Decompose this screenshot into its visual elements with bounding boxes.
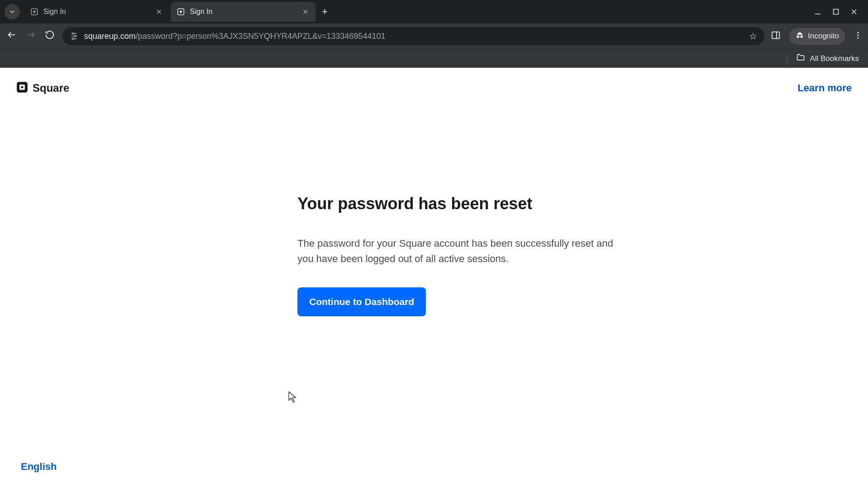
browser-menu-icon[interactable] <box>854 31 863 42</box>
continue-to-dashboard-button[interactable]: Continue to Dashboard <box>297 287 426 316</box>
url-text: squareup.com/password?p=person%3AJX3SN5Y… <box>84 32 385 41</box>
mouse-cursor-icon <box>288 391 297 405</box>
svg-point-14 <box>75 35 76 37</box>
tab-title: Sign In <box>190 8 301 16</box>
folder-icon <box>796 53 805 64</box>
svg-rect-26 <box>21 86 24 89</box>
back-button[interactable] <box>5 30 18 42</box>
brand-name: Square <box>33 82 69 94</box>
svg-point-23 <box>857 37 859 38</box>
side-panel-icon[interactable] <box>771 30 781 42</box>
site-settings-icon[interactable] <box>70 32 79 41</box>
svg-point-13 <box>72 33 74 34</box>
square-logo-icon <box>16 81 28 95</box>
reload-button[interactable] <box>43 30 56 42</box>
browser-tab[interactable]: Sign In ✕ <box>24 2 169 22</box>
forward-button[interactable] <box>24 30 37 42</box>
tab-title: Sign In <box>43 8 154 16</box>
url-path: /password?p=person%3AJX3SN5YQHYR4APZL&v=… <box>136 32 385 41</box>
svg-point-22 <box>857 34 859 36</box>
tab-close-button[interactable]: ✕ <box>154 6 164 18</box>
svg-rect-3 <box>180 11 182 13</box>
incognito-label: Incognito <box>808 32 839 41</box>
chevron-down-icon <box>9 8 16 15</box>
tab-strip: Sign In ✕ Sign In ✕ + <box>0 0 868 23</box>
learn-more-link[interactable]: Learn more <box>797 82 852 94</box>
page-content: Square Learn more Your password has been… <box>0 68 868 488</box>
svg-point-15 <box>72 38 74 39</box>
page-heading: Your password has been reset <box>297 194 622 213</box>
all-bookmarks-link[interactable]: All Bookmarks <box>810 54 859 63</box>
close-window-button[interactable] <box>851 9 857 15</box>
svg-point-21 <box>857 32 859 33</box>
tab-search-dropdown[interactable] <box>5 4 20 19</box>
new-tab-button[interactable]: + <box>317 6 332 18</box>
svg-rect-5 <box>834 9 839 14</box>
browser-toolbar: squareup.com/password?p=person%3AJX3SN5Y… <box>0 23 868 49</box>
square-favicon-icon <box>30 7 39 16</box>
svg-rect-16 <box>772 32 780 39</box>
minimize-button[interactable] <box>815 9 821 15</box>
svg-rect-1 <box>33 11 36 13</box>
bookmarks-bar: | All Bookmarks <box>0 49 868 68</box>
browser-tab-active[interactable]: Sign In ✕ <box>171 2 316 22</box>
window-controls <box>815 9 863 15</box>
language-selector[interactable]: English <box>21 461 57 473</box>
bookmark-star-icon[interactable]: ☆ <box>749 31 757 42</box>
page-body-text: The password for your Square account has… <box>297 236 622 267</box>
address-bar[interactable]: squareup.com/password?p=person%3AJX3SN5Y… <box>62 27 764 45</box>
brand[interactable]: Square <box>16 81 69 95</box>
url-host: squareup.com <box>84 32 136 41</box>
tab-close-button[interactable]: ✕ <box>301 6 310 18</box>
incognito-indicator[interactable]: Incognito <box>789 28 845 45</box>
square-favicon-icon <box>176 7 185 16</box>
maximize-button[interactable] <box>833 9 839 15</box>
incognito-icon <box>795 31 804 42</box>
